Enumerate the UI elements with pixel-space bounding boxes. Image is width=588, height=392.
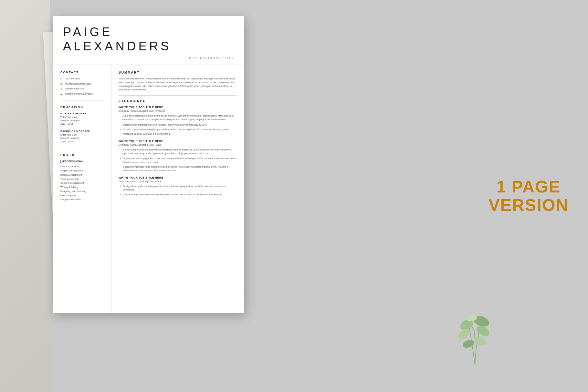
candidate-name: PAIGE ALEXANDERS <box>63 25 234 53</box>
job-company-1: Company Name, Location | Date – Date <box>119 143 237 146</box>
marble-paper-decoration <box>0 0 50 392</box>
title-bar: PROFESSIONAL TITLE <box>63 57 234 59</box>
job-block-1: WRITE YOUR JOB TITLE HERECompany Name, L… <box>119 139 237 172</box>
job-block-2: WRITE YOUR JOB TITLE HERECompany Name, L… <box>119 176 237 196</box>
job-company-2: Company Name, Location | Date – Date <box>119 180 237 183</box>
location-icon: ● <box>60 88 64 90</box>
job-description-1: Use firm numbers that the employer will … <box>119 148 237 155</box>
svg-point-4 <box>462 339 475 349</box>
skill-item: Writing & Editing <box>60 185 105 190</box>
masters-major: Enter Your Major <box>60 116 105 119</box>
experience-section-title: EXPERIENCE <box>119 99 237 103</box>
one-page-version-label: 1 PAGE VERSION <box>488 178 569 214</box>
email-text: youremail@domain.com <box>65 82 91 86</box>
main-content: SUMMARY This is the area where you brief… <box>111 65 244 313</box>
skill-item: Project Management <box>60 169 105 173</box>
job-bullet-2-0: Designed and implemented a proactive stu… <box>119 184 237 191</box>
resume-header: PAIGE ALEXANDERS PROFESSIONAL TITLE <box>53 16 244 65</box>
job-title-2: WRITE YOUR JOB TITLE HERE <box>119 176 237 179</box>
address-text: Street Name, City <box>65 87 84 91</box>
one-page-line1: 1 PAGE <box>488 178 569 196</box>
contact-section-title: CONTACT <box>60 71 105 74</box>
job-bullet-2-1: Taught an after-school educational inter… <box>119 193 237 196</box>
job-description-0: Give a short paragraph to describe the p… <box>119 114 237 121</box>
bachelors-education: BACHELOR'S DEGREE Enter Your Major Name … <box>60 130 105 144</box>
job-bullet-0-2: Increased sales by 12% over a 5 month pe… <box>119 132 237 136</box>
education-section-title: EDUCATION <box>60 106 105 109</box>
contact-address: ● Street Name, City <box>60 87 105 91</box>
email-icon: ✉ <box>60 83 64 86</box>
sidebar-divider-2 <box>60 148 105 148</box>
bachelors-degree-title: BACHELOR'S DEGREE <box>60 130 105 133</box>
job-company-0: Company Name, Location | Date – Present <box>119 109 237 112</box>
job-bullet-1-1: Successfully reduced large outstanding d… <box>119 165 237 172</box>
job-title-1: WRITE YOUR JOB TITLE HERE <box>119 139 237 143</box>
skills-section-title: SKILLS <box>60 153 105 157</box>
bachelors-university: Name of University <box>60 137 105 140</box>
bachelors-major: Enter Your Major <box>60 133 105 137</box>
job-block-0: WRITE YOUR JOB TITLE HERECompany Name, L… <box>119 106 237 136</box>
main-divider-1 <box>119 95 237 96</box>
skill-item: Client Support <box>60 194 105 198</box>
resume-body: CONTACT ◻ 282 363 9686 ✉ youremail@domai… <box>53 65 244 313</box>
summary-section-title: SUMMARY <box>119 71 237 74</box>
sidebar: CONTACT ◻ 282 363 9686 ✉ youremail@domai… <box>53 65 111 313</box>
bachelors-years: 2010 – 2012 <box>60 140 105 144</box>
contact-email: ✉ youremail@domain.com <box>60 82 105 86</box>
linkedin-text: linkedin.com/in/username <box>65 92 93 96</box>
phone-text: 282 363 9686 <box>65 77 80 81</box>
job-bullet-1-0: To generate user engagement, I performed… <box>119 157 237 164</box>
skill-item: Team Leadership <box>60 177 105 181</box>
masters-education: MASTER'S DEGREE Enter Your Major Name of… <box>60 112 105 126</box>
masters-years: 2013 – 2015 <box>60 122 105 126</box>
one-page-line2: VERSION <box>488 196 569 214</box>
skill-item: Content Marketing <box>60 165 105 169</box>
skill-item: Interpersonal Skills <box>60 198 105 202</box>
linkedin-icon: in <box>60 93 64 96</box>
job-title-0: WRITE YOUR JOB TITLE HERE <box>119 106 237 109</box>
job-bullet-0-0: Designed and implemented a new interface… <box>119 123 237 127</box>
masters-university: Name of University <box>60 119 105 123</box>
experience-list: WRITE YOUR JOB TITLE HERECompany Name, L… <box>119 106 237 196</box>
sidebar-divider-1 <box>60 100 105 100</box>
plant-decoration <box>449 294 501 366</box>
skill-item: Content Development <box>60 181 105 185</box>
skills-list: Content MarketingProject ManagementBrand… <box>60 165 105 202</box>
phone-icon: ◻ <box>60 77 64 80</box>
page-container: PAIGE ALEXANDERS PROFESSIONAL TITLE CONT… <box>0 0 588 392</box>
professional-title: PROFESSIONAL TITLE <box>189 57 234 59</box>
skill-item: Brand Development <box>60 173 105 177</box>
contact-phone: ◻ 282 363 9686 <box>60 77 105 81</box>
contact-linkedin: in linkedin.com/in/username <box>60 92 105 96</box>
title-line-left <box>63 58 185 58</box>
skills-category-label: |PROFESSIONAL <box>60 160 105 163</box>
job-bullet-0-1: Created capital and operating budgets an… <box>119 128 237 131</box>
resume-document: PAIGE ALEXANDERS PROFESSIONAL TITLE CONT… <box>53 16 244 313</box>
masters-degree-title: MASTER'S DEGREE <box>60 112 105 115</box>
summary-text: This is the area where you briefly descr… <box>119 77 237 91</box>
skill-item: Budgeting and Planning <box>60 190 105 194</box>
